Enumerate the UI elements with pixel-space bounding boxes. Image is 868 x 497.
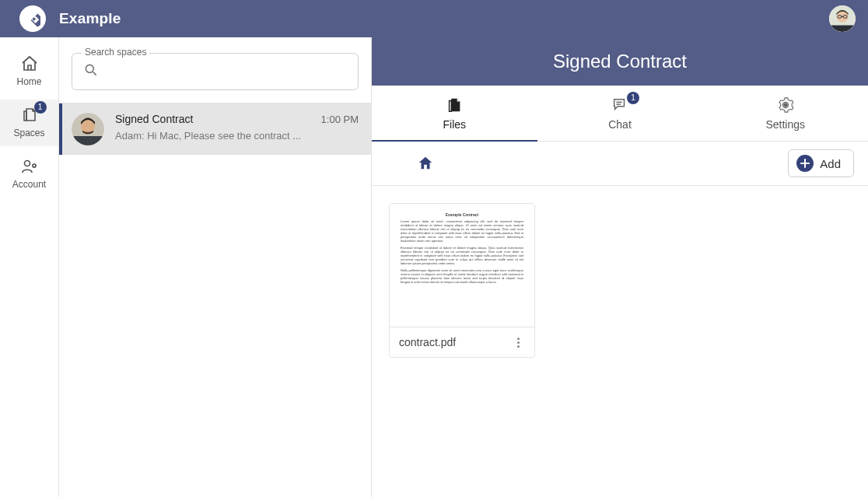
account-icon [20,157,39,176]
svg-point-20 [783,103,788,107]
chat-badge: 1 [627,92,639,104]
top-bar: Example [0,0,868,37]
nav-label-account: Account [12,179,46,190]
svg-rect-16 [72,136,104,145]
spaces-icon: 1 [20,106,39,124]
files-area: Example Contract Lorem ipsum dolor sit a… [372,186,868,497]
files-icon [446,96,463,114]
space-item-title: Signed Contract [115,113,193,125]
svg-point-10 [24,161,30,166]
space-tabs: Files 1 Chat S [372,86,868,142]
spaces-column: Search spaces [59,37,372,497]
app-logo[interactable] [6,5,59,32]
spaces-badge: 1 [34,101,47,114]
nav-label-spaces: Spaces [13,128,44,138]
svg-point-12 [86,65,93,72]
search-spaces-field[interactable]: Search spaces [72,53,359,90]
nav-item-spaces[interactable]: 1 Spaces [0,100,58,146]
space-item-preview: Adam: Hi Mac, Please see the contract ..… [115,130,359,142]
add-button-label: Add [820,157,841,170]
nav-rail: Home 1 Spaces Accou [0,37,59,497]
nav-label-home: Home [16,76,41,87]
svg-rect-5 [829,26,856,33]
plus-icon [796,155,814,172]
search-icon [83,62,99,81]
home-icon [20,54,39,73]
nav-item-home[interactable]: Home [0,48,58,95]
current-user-avatar[interactable] [829,5,856,32]
space-header-title: Signed Contract [553,51,687,72]
space-list-item[interactable]: Signed Contract 1:00 PM Adam: Hi Mac, Pl… [59,103,371,155]
space-avatar [72,113,104,145]
file-name: contract.pdf [399,336,456,348]
spaces-list: Signed Contract 1:00 PM Adam: Hi Mac, Pl… [59,103,371,497]
file-menu-button[interactable] [511,335,525,349]
search-legend: Search spaces [82,47,149,58]
file-preview-thumbnail: Example Contract Lorem ipsum dolor sit a… [390,204,534,327]
space-item-time: 1:00 PM [321,114,359,125]
space-detail-panel: Signed Contract Files [372,37,868,497]
tab-settings[interactable]: Settings [702,86,868,141]
tab-files[interactable]: Files [372,86,537,141]
tab-settings-label: Settings [765,118,805,131]
gear-icon [777,96,794,114]
tab-files-label: Files [443,118,467,131]
tab-chat-label: Chat [608,118,632,131]
home-icon [417,155,434,172]
svg-line-13 [93,72,96,75]
file-card[interactable]: Example Contract Lorem ipsum dolor sit a… [389,203,535,358]
nav-item-account[interactable]: Account [0,151,58,198]
space-header: Signed Contract [372,37,868,86]
tab-chat[interactable]: 1 Chat [537,86,703,141]
files-toolbar: Add [372,142,868,186]
add-button[interactable]: Add [788,149,854,177]
search-input[interactable] [107,54,358,89]
chat-icon: 1 [611,96,628,114]
app-title: Example [59,10,121,27]
diamond-logo-icon [25,11,40,26]
files-home-button[interactable] [414,152,437,175]
